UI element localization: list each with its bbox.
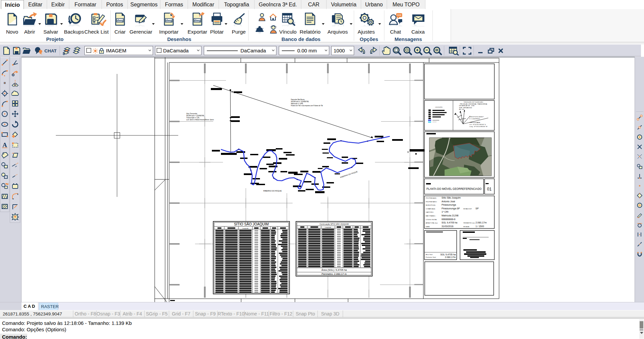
svg-text:SGL 9,4705 ha: SGL 9,4705 ha (442, 221, 457, 224)
svg-text:dwg: dwg (117, 19, 123, 22)
svg-text:INCRA sob nº 123456789,: INCRA sob nº 123456789, (186, 115, 204, 117)
svg-text:Matrícula 21298: Matrícula 21298 (442, 214, 458, 217)
svg-text:DATA:: DATA: (426, 226, 430, 227)
svg-text:Pirassununga: Pirassununga (442, 204, 456, 206)
svg-text:MAT./TRANSC.:: MAT./TRANSC.: (426, 215, 436, 217)
svg-text:Área (SGL): 9,4705 ha: Área (SGL): 9,4705 ha (321, 268, 347, 271)
svg-text:ESCALA:: ESCALA: (463, 226, 469, 227)
svg-text:Lat.: 22°01'26.192116" S: Lat.: 22°01'26.192116" S (469, 124, 486, 125)
svg-text:K: 1.000295622: K: 1.000295622 (469, 118, 480, 120)
svg-text:PROPRIETÁRIO:: PROPRIETÁRIO: (426, 201, 437, 203)
svg-text:31/03/2016: 31/03/2016 (442, 225, 453, 227)
svg-text:Longitude: Longitude (242, 227, 249, 229)
svg-text:COMARCA(S):: COMARCA(S): (426, 208, 435, 210)
svg-text:MUNICÍPIO(S):: MUNICÍPIO(S): (426, 204, 436, 206)
svg-text:convenções: convenções (435, 106, 443, 108)
svg-text:ESTADO/UF:: ESTADO/UF: (463, 208, 472, 210)
svg-text:Matrícula nº 1245,: Matrícula nº 1245, (291, 103, 303, 104)
svg-text:Perímetro Total:: Perímetro Total: (426, 256, 436, 258)
svg-text:Pirassununga-SP: Pirassununga-SP (442, 207, 460, 210)
svg-text:VÉRTICE BASE: VÉRTICE BASE (469, 122, 480, 123)
svg-text:A: A (2, 141, 7, 149)
svg-text:SGL 9,4705 ha: SGL 9,4705 ha (441, 253, 456, 256)
svg-text:2.060,17m: 2.060,17m (476, 221, 487, 224)
svg-text:dwg: dwg (166, 19, 172, 22)
svg-text:01: 01 (487, 187, 492, 192)
svg-text:DM 00°51'52.445457": DM 00°51'52.445457" (469, 116, 484, 118)
svg-text:Área Total:: Área Total: (426, 254, 433, 255)
svg-text:Long.: 47°16'14.590116" W: Long.: 47°16'14.590116" W (469, 126, 488, 127)
svg-text:Luiz Janini e Maria Antonia B: Luiz Janini e Maria Antonia Briner Janin… (186, 119, 214, 121)
svg-text:Antonio José: Antonio José (442, 200, 455, 203)
svg-text:Fazenda São Bento,: Fazenda São Bento, (291, 99, 305, 100)
svg-text:SGR -SIRGAS2000: SGR -SIRGAS2000 (459, 107, 472, 109)
svg-text:PERÍMETRO (m):: PERÍMETRO (m): (463, 222, 475, 224)
svg-text:Transcrição nº 125,: Transcrição nº 125, (186, 117, 200, 119)
svg-text:1º CRI: 1º CRI (442, 211, 449, 213)
svg-text:CHAT: CHAT (44, 48, 56, 53)
svg-text:RIBEIRAO DO ROQUE: RIBEIRAO DO ROQUE (263, 190, 282, 192)
svg-text:Perímetro: 2.060,17 m: Perímetro: 2.060,17 m (321, 272, 347, 276)
svg-text:Sítio Tremembé,: Sítio Tremembé, (186, 113, 198, 115)
svg-text:DE MERCATOR - UTM: DE MERCATOR - UTM (459, 105, 475, 107)
svg-text:SP: SP (476, 207, 479, 210)
svg-text:Continuação SÍTIO SÃO JOAQUIM: Continuação SÍTIO SÃO JOAQUIM (319, 223, 349, 225)
svg-text:PLANTA DO IMÓVEL GEORREFERE: PLANTA DO IMÓVEL GEORREFERENCIADO (426, 187, 482, 190)
svg-text:Informações de Coordenadas: Informações de Coordenadas (464, 101, 484, 103)
svg-text:INCRA sob nº 123456789,: INCRA sob nº 123456789, (291, 101, 309, 102)
svg-text:1 / 1500: 1 / 1500 (476, 225, 484, 227)
svg-text:CÓDIGO INCRA:: CÓDIGO INCRA: (426, 219, 437, 220)
svg-text:MC: 45°: MC: 45° (459, 109, 464, 110)
svg-text:ÁREA TOTAL (ha):: ÁREA TOTAL (ha): (426, 222, 438, 224)
svg-text:666666666-6: 666666666-6 (442, 218, 455, 220)
svg-text:RIBEIRAO DO ROQUE: RIBEIRAO DO ROQUE (340, 170, 358, 178)
svg-text:Fulano de Tal e sua esposa com: Fulano de Tal e sua esposa com Fulana de… (291, 105, 323, 107)
svg-text:2.060,17m: 2.060,17m (445, 256, 456, 258)
svg-text:PROJEÇÃO UNIVERSAL TRANSVERSA: PROJEÇÃO UNIVERSAL TRANSVERSA (460, 103, 487, 105)
svg-text:CARTÓRIO:: CARTÓRIO: (426, 211, 434, 213)
svg-text:Longitude: Longitude (325, 226, 331, 228)
svg-text:dwg: dwg (194, 19, 200, 22)
svg-text:PROPRIEDADE:: PROPRIEDADE: (426, 197, 437, 199)
svg-text:SÍTIO SÃO JOAQUIM: SÍTIO SÃO JOAQUIM (234, 222, 269, 226)
svg-text:Sítio São Joaquim: Sítio São Joaquim (442, 197, 461, 199)
